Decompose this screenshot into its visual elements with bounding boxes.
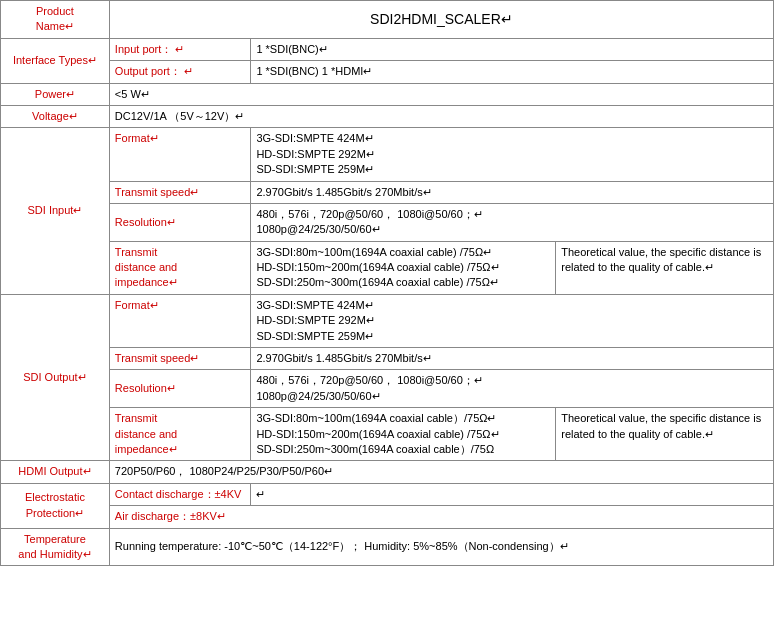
sdi-output-resolution-label: Resolution↵ [109,370,251,408]
product-name-label: ProductName↵ [1,1,110,39]
voltage-row: Voltage↵ DC12V/1A （5V～12V）↵ [1,105,774,127]
contact-discharge-value: ↵ [251,483,774,505]
sdi-input-distance-note: Theoretical value, the specific distance… [556,241,774,294]
air-discharge-label: Air discharge：±8KV↵ [109,506,773,528]
sdi-input-speed-row: Transmit speed↵ 2.970Gbit/s 1.485Gbit/s … [1,181,774,203]
spec-table: ProductName↵ SDI2HDMI_SCALER↵ Interface … [0,0,774,566]
electrostatic-air-row: Air discharge：±8KV↵ [1,506,774,528]
power-label: Power↵ [1,83,110,105]
sdi-input-speed-value: 2.970Gbit/s 1.485Gbit/s 270Mbit/s↵ [251,181,774,203]
temperature-value: Running temperature: -10℃~50℃（14-122°F）；… [109,528,773,566]
interface-types-row: Interface Types↵ Input port： ↵ 1 *SDI(BN… [1,38,774,60]
voltage-value: DC12V/1A （5V～12V）↵ [109,105,773,127]
hdmi-output-row: HDMI Output↵ 720P50/P60， 1080P24/P25/P30… [1,461,774,483]
sdi-output-distance-label: Transmitdistance andimpedance↵ [109,408,251,461]
output-port-label: Output port： ↵ [109,61,251,83]
sdi-input-distance-value: 3G-SDI:80m~100m(1694A coaxial cable) /75… [251,241,556,294]
sdi-input-format-value: 3G-SDI:SMPTE 424M↵ HD-SDI:SMPTE 292M↵ SD… [251,128,774,181]
sdi-output-format-label: Format↵ [109,294,251,347]
electrostatic-contact-row: ElectrostaticProtection↵ Contact dischar… [1,483,774,505]
sdi-output-speed-value: 2.970Gbit/s 1.485Gbit/s 270Mbit/s↵ [251,348,774,370]
power-row: Power↵ <5 W↵ [1,83,774,105]
hdmi-output-value: 720P50/P60， 1080P24/P25/P30/P50/P60↵ [109,461,773,483]
sdi-output-distance-note: Theoretical value, the specific distance… [556,408,774,461]
hdmi-output-label: HDMI Output↵ [1,461,110,483]
sdi-output-resolution-value: 480i，576i，720p@50/60， 1080i@50/60；↵ 1080… [251,370,774,408]
sdi-output-distance-row: Transmitdistance andimpedance↵ 3G-SDI:80… [1,408,774,461]
product-title: SDI2HDMI_SCALER↵ [109,1,773,39]
sdi-input-distance-label: Transmitdistance andimpedance↵ [109,241,251,294]
sdi-output-resolution-row: Resolution↵ 480i，576i，720p@50/60， 1080i@… [1,370,774,408]
sdi-input-format-row: SDI Input↵ Format↵ 3G-SDI:SMPTE 424M↵ HD… [1,128,774,181]
page: ProductName↵ SDI2HDMI_SCALER↵ Interface … [0,0,774,633]
sdi-output-distance-value: 3G-SDI:80m~100m(1694A coaxial cable）/75Ω… [251,408,556,461]
sdi-input-resolution-label: Resolution↵ [109,203,251,241]
sdi-input-speed-label: Transmit speed↵ [109,181,251,203]
electrostatic-label: ElectrostaticProtection↵ [1,483,110,528]
sdi-output-format-value: 3G-SDI:SMPTE 424M↵ HD-SDI:SMPTE 292M↵ SD… [251,294,774,347]
input-port-label: Input port： ↵ [109,38,251,60]
sdi-input-resolution-value: 480i，576i，720p@50/60， 1080i@50/60；↵ 1080… [251,203,774,241]
sdi-input-label: SDI Input↵ [1,128,110,295]
sdi-output-speed-label: Transmit speed↵ [109,348,251,370]
sdi-input-resolution-row: Resolution↵ 480i，576i，720p@50/60， 1080i@… [1,203,774,241]
sdi-output-label: SDI Output↵ [1,294,110,461]
sdi-output-speed-row: Transmit speed↵ 2.970Gbit/s 1.485Gbit/s … [1,348,774,370]
temperature-row: Temperatureand Humidity↵ Running tempera… [1,528,774,566]
input-port-value: 1 *SDI(BNC)↵ [251,38,774,60]
sdi-input-format-label: Format↵ [109,128,251,181]
header-row: ProductName↵ SDI2HDMI_SCALER↵ [1,1,774,39]
interface-types-output-row: Output port： ↵ 1 *SDI(BNC) 1 *HDMI↵ [1,61,774,83]
sdi-input-distance-row: Transmitdistance andimpedance↵ 3G-SDI:80… [1,241,774,294]
voltage-label: Voltage↵ [1,105,110,127]
sdi-output-format-row: SDI Output↵ Format↵ 3G-SDI:SMPTE 424M↵ H… [1,294,774,347]
temperature-label: Temperatureand Humidity↵ [1,528,110,566]
contact-discharge-label: Contact discharge：±4KV [109,483,251,505]
output-port-value: 1 *SDI(BNC) 1 *HDMI↵ [251,61,774,83]
power-value: <5 W↵ [109,83,773,105]
interface-types-label: Interface Types↵ [1,38,110,83]
